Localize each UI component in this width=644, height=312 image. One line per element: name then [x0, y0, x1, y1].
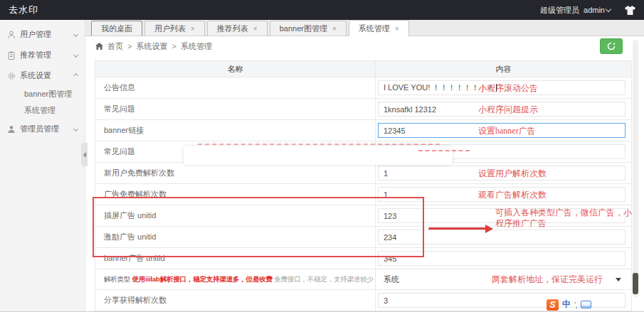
sidebar-collapse-handle[interactable]: [81, 143, 88, 166]
username: admin: [584, 6, 605, 14]
sidebar-item-system-manage[interactable]: 系统管理: [0, 102, 85, 119]
row-label: 分享获得解析次数: [95, 290, 376, 311]
row-label: 插屏广告 unitid: [95, 205, 376, 227]
row-label: banner链接: [95, 120, 376, 141]
close-icon[interactable]: ×: [332, 25, 337, 33]
sidebar-item-system-settings[interactable]: 系统设置: [0, 65, 85, 86]
table-header-row: 名称 内容: [95, 61, 632, 77]
sidebar-item-label: 用户管理: [20, 29, 51, 40]
tab-desktop[interactable]: 我的桌面: [91, 21, 142, 36]
row-label-highlight: 使用iiilab解析接口，稳定支持渠道多，但是收费: [132, 275, 273, 283]
breadcrumb-settings[interactable]: 系统设置: [136, 41, 167, 52]
theme-shirt-icon[interactable]: [625, 6, 635, 15]
tab-recommend-list[interactable]: 推荐列表×: [207, 21, 268, 36]
tab-banner-manage[interactable]: banner图管理×: [270, 21, 347, 36]
tab-user-list[interactable]: 用户列表×: [144, 21, 205, 36]
chevron-down-icon: [606, 6, 611, 11]
refresh-icon: [607, 42, 616, 50]
table-row: 激励广告 unitid 234: [95, 227, 632, 248]
close-icon[interactable]: ×: [191, 25, 195, 33]
table-row: banner链接 12345设置banner广告: [95, 120, 632, 141]
topbar: 去水印 超级管理员 admin: [0, 0, 644, 20]
table-row: 常见问题 1knsafkl 12312小程序问题提示: [95, 99, 632, 120]
table-row: 新用户免费解析次数 1设置用户解析次数: [95, 163, 632, 184]
clipboard-icon: [7, 51, 16, 60]
keyboard-icon[interactable]: [581, 301, 591, 308]
row-label: 公告信息: [95, 77, 376, 99]
tab-bar: 我的桌面 用户列表× 推荐列表× banner图管理× 系统管理×: [85, 20, 644, 36]
row-label: 广告免费解析次数: [95, 184, 376, 205]
breadcrumb-home[interactable]: 首页: [107, 41, 123, 52]
table-row: 插屏广告 unitid 123: [95, 205, 632, 227]
banner-unitid-input[interactable]: 345: [378, 251, 625, 266]
app-window: 去水印 超级管理员 admin 用户管理 推荐管理 系统设置: [0, 0, 644, 312]
sidebar-item-label: 管理员管理: [20, 124, 59, 134]
sidebar-subitem-label: 系统管理: [24, 105, 56, 116]
sogou-logo-icon[interactable]: S: [547, 299, 559, 311]
close-icon[interactable]: ×: [395, 25, 399, 33]
row-label: 解析类型 使用iiilab解析接口，稳定支持渠道多，但是收费 免费接口，不稳定，…: [95, 269, 376, 290]
app-logo: 去水印: [9, 4, 38, 16]
table-row: banner广告 unitid 345: [95, 248, 632, 269]
sidebar-subitem-label: banner图管理: [24, 89, 72, 99]
breadcrumb-current: 系统管理: [181, 41, 212, 52]
faq-input[interactable]: 1knsafkl 12312小程序问题提示: [378, 102, 625, 117]
dropdown-arrow-icon: [616, 278, 621, 281]
chevron-down-icon: [73, 127, 78, 131]
chevron-down-icon: [73, 53, 78, 58]
refresh-button[interactable]: [600, 38, 623, 54]
annotation-text: 设置用户解析次数: [478, 167, 547, 179]
sidebar-item-label: 推荐管理: [20, 50, 51, 60]
main-area: 我的桌面 用户列表× 推荐列表× banner图管理× 系统管理× 首页 > 系…: [85, 20, 644, 312]
home-icon: [95, 43, 103, 50]
column-header-name: 名称: [95, 61, 376, 77]
parse-type-select[interactable]: 系统 两套解析地址，保证完美运行: [378, 272, 625, 287]
annotation-text: 小程序问题提示: [478, 103, 538, 115]
scrollbar-track[interactable]: [633, 40, 638, 297]
new-user-parse-count-input[interactable]: 1设置用户解析次数: [378, 166, 625, 181]
scrollbar-thumb[interactable]: [633, 273, 638, 294]
breadcrumb-separator: >: [127, 42, 132, 50]
table-row: 解析类型 使用iiilab解析接口，稳定支持渠道多，但是收费 免费接口，不稳定，…: [95, 269, 632, 290]
ad-parse-count-input[interactable]: 1观看广告解析次数: [378, 187, 625, 202]
admin-icon: [7, 125, 16, 134]
tab-system-manage[interactable]: 系统管理×: [349, 20, 409, 36]
gear-icon: [7, 72, 16, 80]
breadcrumb-row: 首页 > 系统设置 > 系统管理: [85, 36, 644, 56]
row-label: 常见问题: [95, 99, 376, 120]
user-icon: [7, 31, 16, 39]
sidebar-item-recommend[interactable]: 推荐管理: [0, 45, 85, 65]
sidebar: 用户管理 推荐管理 系统设置 banner图管理 系统管理 管理员管理: [0, 20, 85, 312]
chevron-left-icon: [83, 152, 86, 158]
table-row: 公告信息 I LOVE YOU! ！！！！！！！！小程序滚动公告: [95, 77, 632, 99]
close-icon[interactable]: ×: [253, 25, 258, 33]
breadcrumb: 首页 > 系统设置 > 系统管理: [95, 41, 212, 52]
annotation-text: 观看广告解析次数: [478, 188, 547, 200]
chevron-down-icon: [73, 32, 78, 37]
row-label: 常见问题: [95, 141, 376, 163]
banner-link-input[interactable]: 12345设置banner广告: [378, 123, 625, 138]
interstitial-unitid-input[interactable]: 123: [378, 208, 625, 223]
reward-unitid-input[interactable]: 234: [378, 230, 625, 244]
announcement-input[interactable]: I LOVE YOU! ！！！！！！！！小程序滚动公告: [378, 80, 625, 95]
row-label-note: 免费接口，不稳定，支持渠道较少: [274, 275, 374, 283]
user-role-label: 超级管理员: [540, 5, 579, 16]
sidebar-item-label: 系统设置: [20, 70, 51, 81]
ime-punctuation-mode[interactable]: ’,: [574, 301, 577, 309]
column-header-content: 内容: [376, 61, 632, 77]
breadcrumb-separator: >: [171, 42, 176, 50]
row-label: banner广告 unitid: [95, 248, 376, 269]
annotation-text: 设置banner广告: [478, 124, 536, 136]
user-menu[interactable]: admin: [584, 6, 611, 14]
faq-input-2[interactable]: 1knsafkl 12312: [378, 144, 625, 159]
sidebar-item-users[interactable]: 用户管理: [0, 24, 85, 45]
annotation-text: 小程序滚动公告: [478, 82, 538, 94]
row-label: 激励广告 unitid: [95, 227, 376, 248]
settings-table: 名称 内容 公告信息 I LOVE YOU! ！！！！！！！！小程序滚动公告 常…: [95, 60, 632, 311]
ime-toolbar[interactable]: S 中 ’,: [547, 298, 591, 311]
sidebar-item-banner-manage[interactable]: banner图管理: [0, 86, 85, 102]
sidebar-item-admins[interactable]: 管理员管理: [0, 119, 85, 139]
annotation-text: 两套解析地址，保证完美运行: [492, 274, 603, 286]
table-row: 广告免费解析次数 1观看广告解析次数: [95, 184, 632, 205]
ime-language-mode[interactable]: 中: [562, 298, 571, 311]
